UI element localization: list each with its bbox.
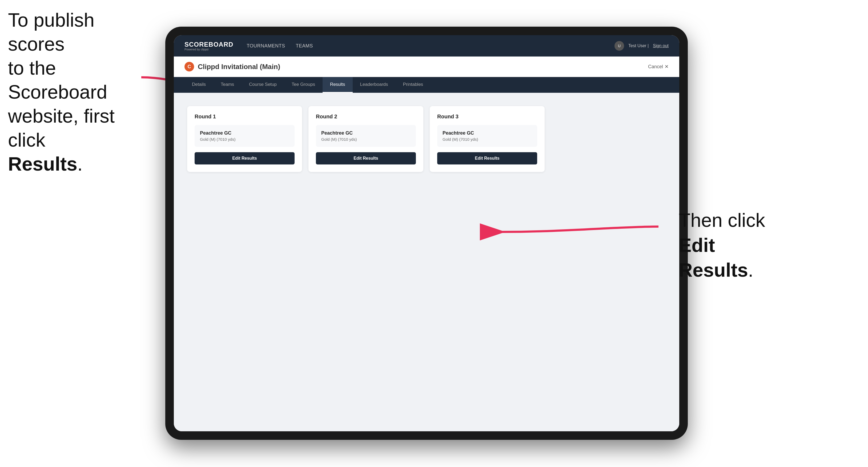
- tournament-bar: C Clippd Invitational (Main) Cancel ✕: [174, 57, 679, 77]
- round-1-course-name: Peachtree GC: [200, 130, 289, 136]
- tab-teams[interactable]: Teams: [213, 77, 242, 93]
- round-2-course-name: Peachtree GC: [321, 130, 410, 136]
- round-1-edit-results-button[interactable]: Edit Results: [195, 152, 294, 164]
- instruction-line3: website, first: [8, 105, 115, 127]
- cancel-button[interactable]: Cancel ✕: [648, 64, 669, 69]
- tab-leaderboards[interactable]: Leaderboards: [353, 77, 396, 93]
- round-3-course-name: Peachtree GC: [442, 130, 532, 136]
- tournament-icon: C: [184, 62, 194, 71]
- nav-links: TOURNAMENTS TEAMS: [247, 43, 615, 49]
- round-2-course: Peachtree GC Gold (M) (7010 yds): [316, 125, 416, 147]
- nav-right: U Test User | Sign out: [615, 41, 669, 51]
- instruction-right-line1: Then click: [679, 210, 765, 231]
- round-2-edit-results-button[interactable]: Edit Results: [316, 152, 416, 164]
- round-2-title: Round 2: [316, 114, 416, 120]
- round-3-title: Round 3: [437, 114, 537, 120]
- tournament-name: Clippd Invitational (Main): [198, 63, 280, 71]
- logo: SCOREBOARD Powered by clippd: [184, 41, 233, 51]
- tab-results[interactable]: Results: [322, 77, 353, 93]
- instruction-left: To publish scores to the Scoreboard webs…: [8, 8, 120, 176]
- tab-details[interactable]: Details: [184, 77, 213, 93]
- round-3-course-details: Gold (M) (7010 yds): [442, 137, 532, 142]
- instruction-line1: To publish scores: [8, 9, 94, 55]
- logo-text: SCOREBOARD: [184, 41, 233, 48]
- tab-course-setup[interactable]: Course Setup: [242, 77, 284, 93]
- tab-bar: Details Teams Course Setup Tee Groups Re…: [174, 77, 679, 93]
- round-1-course-details: Gold (M) (7010 yds): [200, 137, 289, 142]
- signout-link[interactable]: Sign out: [653, 43, 669, 48]
- tab-printables[interactable]: Printables: [396, 77, 431, 93]
- tab-tee-groups[interactable]: Tee Groups: [284, 77, 322, 93]
- tablet-device: SCOREBOARD Powered by clippd TOURNAMENTS…: [165, 27, 688, 440]
- rounds-grid: Round 1 Peachtree GC Gold (M) (7010 yds)…: [187, 106, 666, 172]
- round-1-title: Round 1: [195, 114, 294, 120]
- round-2-card: Round 2 Peachtree GC Gold (M) (7010 yds)…: [308, 106, 423, 172]
- instruction-right-line2: Edit Results.: [679, 235, 753, 281]
- round-3-course: Peachtree GC Gold (M) (7010 yds): [437, 125, 537, 147]
- round-2-course-details: Gold (M) (7010 yds): [321, 137, 410, 142]
- user-name: Test User |: [628, 43, 649, 48]
- round-3-card: Round 3 Peachtree GC Gold (M) (7010 yds)…: [430, 106, 545, 172]
- tablet-screen: SCOREBOARD Powered by clippd TOURNAMENTS…: [174, 35, 679, 431]
- main-content: Round 1 Peachtree GC Gold (M) (7010 yds)…: [174, 93, 679, 431]
- round-3-edit-results-button[interactable]: Edit Results: [437, 152, 537, 164]
- round-1-course: Peachtree GC Gold (M) (7010 yds): [195, 125, 294, 147]
- user-avatar: U: [615, 41, 624, 51]
- round-1-card: Round 1 Peachtree GC Gold (M) (7010 yds)…: [187, 106, 302, 172]
- nav-tournaments[interactable]: TOURNAMENTS: [247, 43, 285, 49]
- instruction-line2: to the Scoreboard: [8, 57, 107, 103]
- close-icon: ✕: [664, 64, 669, 69]
- round-4-empty: [551, 106, 666, 172]
- instruction-line4: click Results.: [8, 129, 83, 175]
- navbar: SCOREBOARD Powered by clippd TOURNAMENTS…: [174, 35, 679, 57]
- nav-teams[interactable]: TEAMS: [296, 43, 313, 49]
- instruction-right: Then click Edit Results.: [679, 208, 791, 283]
- tournament-title: C Clippd Invitational (Main): [184, 62, 280, 71]
- logo-sub: Powered by clippd: [184, 48, 233, 51]
